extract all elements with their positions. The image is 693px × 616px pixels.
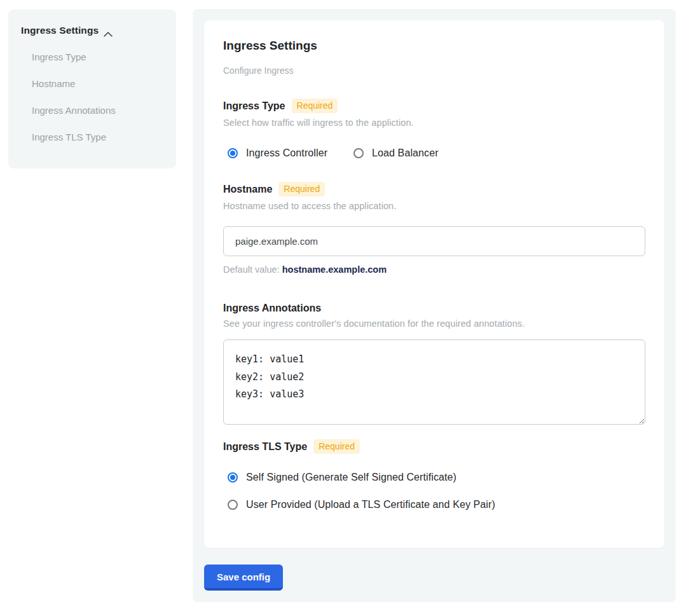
radio-ingress-controller[interactable]: Ingress Controller <box>228 147 327 159</box>
section-ingress-tls-type: Ingress TLS Type Required Self Signed (G… <box>223 439 645 510</box>
default-value-label: Default value: <box>223 264 280 275</box>
annotations-textarea[interactable]: key1: value1 key2: value2 key3: value3 <box>223 339 645 425</box>
sidebar-item-ingress-annotations[interactable]: Ingress Annotations <box>21 105 163 116</box>
settings-sidebar: Ingress Settings Ingress Type Hostname I… <box>8 10 176 168</box>
section-hostname: Hostname Required Hostname used to acces… <box>223 182 645 275</box>
ingress-type-description: Select how traffic will ingress to the a… <box>223 118 645 128</box>
chevron-up-icon <box>104 28 113 34</box>
ingress-settings-card: Ingress Settings Configure Ingress Ingre… <box>204 20 664 548</box>
required-badge: Required <box>313 439 360 454</box>
section-ingress-annotations: Ingress Annotations See your ingress con… <box>223 303 645 425</box>
hostname-label: Hostname <box>223 184 272 195</box>
sidebar-item-hostname[interactable]: Hostname <box>21 78 163 90</box>
page-title: Ingress Settings <box>223 38 645 53</box>
annotations-description: See your ingress controller's documentat… <box>223 318 645 329</box>
radio-button-icon[interactable] <box>228 500 238 510</box>
radio-label: Ingress Controller <box>246 147 327 159</box>
sidebar-item-ingress-type[interactable]: Ingress Type <box>21 51 163 63</box>
sidebar-item-list: Ingress Type Hostname Ingress Annotation… <box>21 51 163 143</box>
hostname-input[interactable] <box>223 226 645 256</box>
annotations-label: Ingress Annotations <box>223 303 321 314</box>
radio-button-icon[interactable] <box>353 148 364 158</box>
ingress-type-label: Ingress Type <box>223 100 285 112</box>
radio-button-icon[interactable] <box>228 148 238 158</box>
radio-label: Self Signed (Generate Self Signed Certif… <box>246 472 456 483</box>
tls-type-label: Ingress TLS Type <box>223 441 307 453</box>
save-config-button[interactable]: Save config <box>204 565 283 591</box>
sidebar-section-ingress-settings[interactable]: Ingress Settings <box>21 25 163 36</box>
hostname-description: Hostname used to access the application. <box>223 201 645 211</box>
section-ingress-type: Ingress Type Required Select how traffic… <box>223 99 645 159</box>
radio-label: Load Balancer <box>372 147 439 159</box>
radio-button-icon[interactable] <box>228 472 238 483</box>
tls-type-radio-group: Self Signed (Generate Self Signed Certif… <box>223 472 645 510</box>
ingress-type-radio-group: Ingress Controller Load Balancer <box>223 147 645 159</box>
required-badge: Required <box>292 99 338 113</box>
default-value-text: hostname.example.com <box>282 264 387 275</box>
radio-user-provided[interactable]: User Provided (Upload a TLS Certificate … <box>228 499 645 510</box>
sidebar-section-title: Ingress Settings <box>21 25 99 36</box>
radio-label: User Provided (Upload a TLS Certificate … <box>246 499 495 510</box>
page-subtitle: Configure Ingress <box>223 65 645 76</box>
hostname-default-line: Default value: hostname.example.com <box>223 264 645 275</box>
ingress-settings-panel: Ingress Settings Configure Ingress Ingre… <box>193 9 676 602</box>
required-badge: Required <box>278 182 325 196</box>
radio-self-signed[interactable]: Self Signed (Generate Self Signed Certif… <box>228 472 645 483</box>
sidebar-item-ingress-tls-type[interactable]: Ingress TLS Type <box>21 132 163 143</box>
radio-load-balancer[interactable]: Load Balancer <box>353 147 439 159</box>
